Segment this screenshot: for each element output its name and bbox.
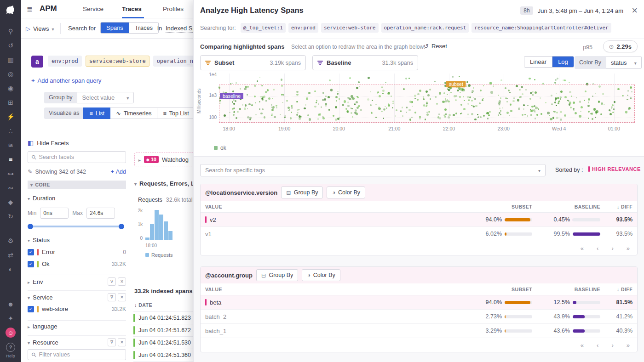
prev-page-button[interactable]: ‹ xyxy=(597,342,598,349)
next-page-button[interactable]: › xyxy=(611,342,613,349)
last-page-button[interactable]: » xyxy=(627,342,630,349)
color-by-button[interactable]: Color By xyxy=(302,269,340,281)
first-page-button[interactable]: « xyxy=(581,342,584,349)
visualize-toplist-button[interactable]: Top List xyxy=(157,107,195,119)
remove-facet-icon[interactable] xyxy=(118,338,126,346)
table-row[interactable]: batch_2 2.73% 43.9% 41.2% xyxy=(201,310,637,324)
scale-log[interactable]: Log xyxy=(552,57,574,67)
table-row[interactable]: v1 6.02% 99.5% 93.5% xyxy=(201,227,637,241)
baseline-cohort-button[interactable]: Baseline 31.3k spans xyxy=(312,55,418,70)
group-by-button[interactable]: Group By xyxy=(281,187,323,198)
filter-icon[interactable] xyxy=(108,277,116,286)
network-icon[interactable]: ∾ xyxy=(0,181,21,195)
group-by-button[interactable]: Group By xyxy=(256,269,298,281)
metrics-section-header[interactable]: Requests, Errors, Latency xyxy=(134,180,194,187)
table-row[interactable]: beta 94.0% 12.5% 81.5% xyxy=(201,295,637,310)
next-page-button[interactable]: › xyxy=(611,245,613,252)
duration-min-input[interactable] xyxy=(40,208,69,219)
checkbox-checked[interactable] xyxy=(28,261,34,267)
synthetics-icon[interactable]: ↻ xyxy=(0,209,21,223)
facet-service-header[interactable]: Service xyxy=(28,293,126,301)
facet-status-error[interactable]: Error 0 xyxy=(28,249,126,255)
col-subset[interactable]: SUBSET xyxy=(475,287,532,292)
slider-handle-min[interactable] xyxy=(28,224,33,229)
slider-handle-max[interactable] xyxy=(119,224,124,229)
table-row[interactable]: v2 94.0% 0.45% 93.5% xyxy=(201,213,637,227)
monitors-icon[interactable]: ◎ xyxy=(0,67,21,81)
avatar[interactable]: ☺ xyxy=(6,328,16,338)
resource-filter-input[interactable] xyxy=(39,351,122,358)
events-icon[interactable]: ⚡ xyxy=(0,109,21,124)
filter-icon[interactable] xyxy=(108,338,116,346)
trace-row[interactable]: Jun 04 01:24:51.672 xyxy=(133,324,194,336)
color-by-button[interactable]: Color By xyxy=(327,187,365,198)
facet-search-input[interactable] xyxy=(39,154,122,160)
col-subset[interactable]: SUBSET xyxy=(475,204,532,209)
time-range-badge[interactable]: 8h xyxy=(520,6,533,15)
duration-max-input[interactable] xyxy=(86,208,115,219)
time-range-text[interactable]: Jun 3, 5:48 pm – Jun 4, 1:24 am xyxy=(538,7,623,14)
history-icon[interactable]: ↺ xyxy=(0,38,21,52)
rum-icon[interactable]: ◐ xyxy=(0,262,21,276)
toggle-traces[interactable]: Traces xyxy=(129,23,158,33)
nav-profiles[interactable]: Profiles xyxy=(163,6,184,12)
trace-row[interactable]: Jun 04 01:24:51.360 xyxy=(133,349,194,361)
facet-language-header[interactable]: language xyxy=(28,323,126,330)
color-by-select[interactable]: status xyxy=(606,56,642,69)
datadog-logo-icon[interactable] xyxy=(4,4,17,17)
date-column-header[interactable]: DATE xyxy=(134,302,152,308)
index-selector[interactable]: Indexed Spans xyxy=(166,25,193,33)
user-icon[interactable]: ☻ xyxy=(0,297,21,311)
filter-icon[interactable] xyxy=(108,293,116,301)
remove-facet-icon[interactable] xyxy=(118,277,126,286)
facet-env-header[interactable]: Env xyxy=(28,277,126,286)
query-pill-operation[interactable]: operation_name:rack.request xyxy=(153,56,193,67)
col-diff[interactable]: DIFF xyxy=(609,287,632,292)
baseline-tag[interactable]: baseline xyxy=(220,93,243,99)
search-tag[interactable]: operation_name:rack.request xyxy=(381,23,469,33)
settings-icon[interactable]: ⚙ xyxy=(0,233,21,248)
tag-search-dropdown[interactable]: Search for specific tags xyxy=(200,164,546,176)
first-page-button[interactable]: « xyxy=(581,245,584,252)
pencil-icon[interactable] xyxy=(28,168,32,175)
col-diff[interactable]: DIFF xyxy=(609,204,632,209)
whats-new-icon[interactable]: ✦ xyxy=(0,311,21,325)
checkbox-checked[interactable] xyxy=(28,306,34,312)
table-row[interactable]: batch_1 3.29% 43.6% 40.3% xyxy=(201,324,637,338)
prev-page-button[interactable]: ‹ xyxy=(597,245,598,252)
trace-row[interactable]: Jun 04 01:24:51.530 xyxy=(133,336,194,349)
help-button[interactable]: ? xyxy=(6,343,15,352)
scale-linear[interactable]: Linear xyxy=(524,57,552,67)
facet-status-ok[interactable]: Ok 33.2K xyxy=(28,260,126,267)
selection-region[interactable] xyxy=(219,85,635,123)
facet-resource-header[interactable]: Resource xyxy=(28,338,126,346)
ci-cd-icon[interactable]: ⇄ xyxy=(0,248,21,262)
subset-tag[interactable]: subset xyxy=(446,81,466,87)
facet-service-webstore[interactable]: web-store 33.2K xyxy=(28,305,126,312)
service-map-icon[interactable]: ⊶ xyxy=(0,166,21,181)
search-tag[interactable]: resource_name:ShoppingCartController#del… xyxy=(472,23,611,33)
visualize-list-button[interactable]: List xyxy=(83,107,110,119)
core-section-header[interactable]: CORE xyxy=(28,181,126,189)
search-tag[interactable]: env:prod xyxy=(288,23,318,33)
bar-plot-area[interactable] xyxy=(145,210,194,240)
facet-status-header[interactable]: Status xyxy=(28,237,126,243)
search-tag[interactable]: service:web-store xyxy=(321,23,379,33)
remove-facet-icon[interactable] xyxy=(118,293,126,301)
col-baseline[interactable]: BASELINE xyxy=(543,204,600,209)
close-icon[interactable] xyxy=(632,6,638,16)
latency-scatter-plot[interactable]: baseline subset xyxy=(218,74,635,123)
last-page-button[interactable]: » xyxy=(627,245,630,252)
facet-duration-header[interactable]: Duration xyxy=(28,195,126,202)
logs-icon[interactable]: ≋ xyxy=(0,138,21,152)
add-facet-button[interactable]: Add xyxy=(110,169,126,175)
hide-facets-button[interactable]: Hide Facets xyxy=(28,139,69,147)
integrations-icon[interactable]: ⊞ xyxy=(0,95,21,109)
watchdog-insights-row[interactable]: 10 Watchdog xyxy=(134,153,194,166)
trace-row[interactable]: Jun 04 01:24:51.823 xyxy=(133,311,194,324)
watchdog-icon[interactable]: ◉ xyxy=(0,81,21,95)
checkbox-checked[interactable] xyxy=(28,249,34,255)
reset-button[interactable]: Reset xyxy=(424,43,447,50)
subset-cohort-button[interactable]: Subset 3.19k spans xyxy=(200,55,306,70)
dashboards-icon[interactable]: ▥ xyxy=(0,52,21,67)
